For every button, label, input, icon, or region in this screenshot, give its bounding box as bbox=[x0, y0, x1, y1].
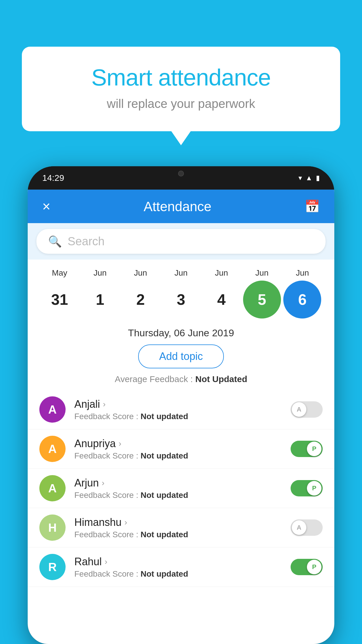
chevron-right-icon: › bbox=[119, 439, 121, 448]
feedback-value: Not updated bbox=[140, 412, 188, 421]
attendance-toggle[interactable]: P bbox=[291, 559, 323, 575]
close-button[interactable]: × bbox=[42, 198, 50, 214]
status-icons: ▾ ▲ ▮ bbox=[298, 174, 320, 182]
toggle-thumb: A bbox=[292, 402, 306, 417]
chevron-right-icon: › bbox=[102, 478, 104, 488]
cal-date-4[interactable]: 4 bbox=[203, 281, 240, 318]
list-item: R Rahul › Feedback Score : Not updated P bbox=[28, 547, 334, 587]
toggle-thumb: A bbox=[292, 520, 306, 535]
signal-icon: ▲ bbox=[305, 174, 312, 182]
avatar: H bbox=[39, 514, 66, 541]
phone-camera bbox=[178, 171, 184, 176]
avatar: A bbox=[39, 396, 66, 423]
cal-date-1[interactable]: 1 bbox=[81, 281, 119, 318]
cal-month-4: Jun bbox=[203, 268, 240, 278]
list-item: A Anjali › Feedback Score : Not updated … bbox=[28, 390, 334, 429]
attendance-toggle[interactable]: P bbox=[291, 480, 323, 496]
feedback-value: Not updated bbox=[140, 569, 188, 578]
cal-month-0: May bbox=[41, 268, 78, 278]
student-info: Arjun › Feedback Score : Not updated bbox=[74, 477, 282, 500]
student-name-text: Anjali bbox=[74, 398, 100, 410]
feedback-value: Not updated bbox=[140, 451, 188, 460]
student-name[interactable]: Himanshu › bbox=[74, 516, 282, 528]
app-title: Attendance bbox=[144, 199, 212, 214]
student-name[interactable]: Anjali › bbox=[74, 398, 282, 410]
cal-date-6[interactable]: 6 bbox=[283, 281, 321, 318]
speech-bubble-title: Smart attendance bbox=[45, 64, 317, 91]
student-info: Rahul › Feedback Score : Not updated bbox=[74, 556, 282, 579]
student-feedback: Feedback Score : Not updated bbox=[74, 491, 282, 500]
phone-time: 14:29 bbox=[42, 173, 64, 183]
student-info: Anupriya › Feedback Score : Not updated bbox=[74, 438, 282, 461]
feedback-value: Not updated bbox=[140, 491, 188, 500]
student-feedback: Feedback Score : Not updated bbox=[74, 451, 282, 461]
app-header: × Attendance 📅 bbox=[28, 190, 334, 223]
student-feedback: Feedback Score : Not updated bbox=[74, 530, 282, 539]
student-name-text: Anupriya bbox=[74, 438, 116, 450]
calendar-dates: 31 1 2 3 4 5 6 bbox=[39, 281, 323, 318]
wifi-icon: ▾ bbox=[298, 174, 302, 182]
status-bar: 14:29 ▾ ▲ ▮ bbox=[28, 166, 334, 190]
cal-date-3[interactable]: 3 bbox=[162, 281, 200, 318]
attendance-toggle[interactable]: P bbox=[291, 441, 323, 457]
cal-month-2: Jun bbox=[122, 268, 159, 278]
toggle-thumb: P bbox=[307, 442, 321, 456]
cal-month-6: Jun bbox=[283, 268, 321, 278]
avatar: R bbox=[39, 554, 66, 580]
search-placeholder: Search bbox=[68, 235, 105, 248]
list-item: A Arjun › Feedback Score : Not updated P bbox=[28, 469, 334, 508]
calendar-icon[interactable]: 📅 bbox=[305, 199, 320, 214]
avg-feedback-value: Not Updated bbox=[195, 374, 247, 384]
student-info: Himanshu › Feedback Score : Not updated bbox=[74, 516, 282, 539]
battery-icon: ▮ bbox=[316, 174, 320, 182]
attendance-toggle[interactable]: A bbox=[291, 519, 323, 536]
student-name[interactable]: Arjun › bbox=[74, 477, 282, 489]
student-name[interactable]: Rahul › bbox=[74, 556, 282, 568]
student-name-text: Rahul bbox=[74, 556, 102, 568]
phone-frame: 14:29 ▾ ▲ ▮ × Attendance 📅 🔍 Search M bbox=[28, 166, 334, 644]
cal-month-1: Jun bbox=[81, 268, 119, 278]
student-name-text: Arjun bbox=[74, 477, 99, 489]
students-list: A Anjali › Feedback Score : Not updated … bbox=[28, 390, 334, 644]
avatar: A bbox=[39, 475, 66, 501]
add-topic-button[interactable]: Add topic bbox=[138, 344, 224, 368]
student-feedback: Feedback Score : Not updated bbox=[74, 412, 282, 421]
search-container: 🔍 Search bbox=[28, 223, 334, 260]
feedback-value: Not updated bbox=[140, 530, 188, 539]
average-feedback: Average Feedback : Not Updated bbox=[28, 374, 334, 390]
student-feedback: Feedback Score : Not updated bbox=[74, 569, 282, 579]
student-info: Anjali › Feedback Score : Not updated bbox=[74, 398, 282, 421]
cal-month-3: Jun bbox=[162, 268, 200, 278]
chevron-right-icon: › bbox=[105, 557, 107, 566]
speech-bubble: Smart attendance will replace your paper… bbox=[22, 47, 340, 131]
chevron-right-icon: › bbox=[103, 400, 106, 409]
toggle-thumb: P bbox=[307, 560, 321, 574]
add-topic-container: Add topic bbox=[28, 342, 334, 374]
cal-date-2[interactable]: 2 bbox=[122, 281, 159, 318]
cal-month-5: Jun bbox=[243, 268, 281, 278]
selected-date: Thursday, 06 June 2019 bbox=[28, 321, 334, 342]
attendance-toggle[interactable]: A bbox=[291, 401, 323, 418]
search-bar[interactable]: 🔍 Search bbox=[36, 229, 326, 254]
list-item: H Himanshu › Feedback Score : Not update… bbox=[28, 508, 334, 547]
calendar-months: May Jun Jun Jun Jun Jun Jun bbox=[39, 268, 323, 278]
search-icon: 🔍 bbox=[48, 235, 62, 248]
app-screen: × Attendance 📅 🔍 Search May Jun Jun Jun … bbox=[28, 190, 334, 644]
chevron-right-icon: › bbox=[124, 518, 127, 527]
cal-date-5[interactable]: 5 bbox=[243, 281, 281, 318]
speech-bubble-subtitle: will replace your paperwork bbox=[45, 97, 317, 111]
student-name[interactable]: Anupriya › bbox=[74, 438, 282, 450]
avg-feedback-label: Average Feedback : bbox=[115, 374, 193, 384]
avatar: A bbox=[39, 436, 66, 462]
toggle-thumb: P bbox=[307, 481, 321, 496]
list-item: A Anupriya › Feedback Score : Not update… bbox=[28, 429, 334, 469]
student-name-text: Himanshu bbox=[74, 516, 122, 528]
cal-date-0[interactable]: 31 bbox=[41, 281, 78, 318]
phone-notch bbox=[164, 166, 198, 181]
calendar-row: May Jun Jun Jun Jun Jun Jun 31 1 2 3 4 5… bbox=[28, 260, 334, 321]
